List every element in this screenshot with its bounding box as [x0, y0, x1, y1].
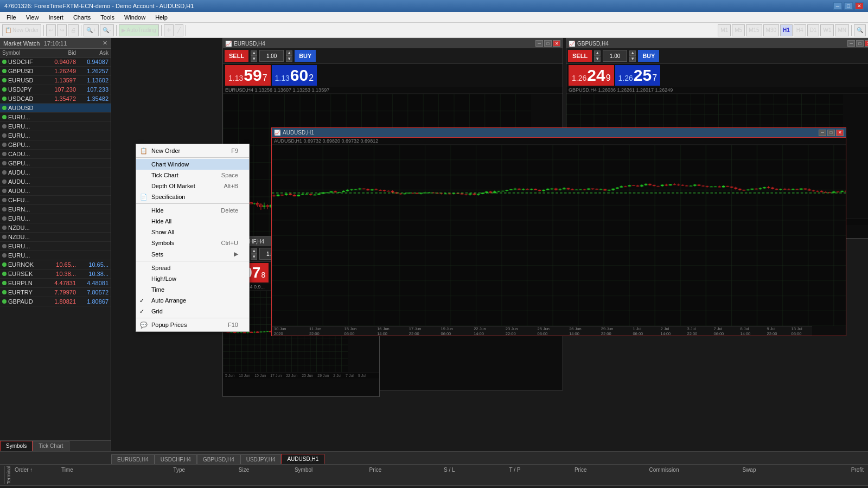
ctx-show-all[interactable]: Show All [136, 227, 249, 237]
market-watch-row[interactable]: USDCAD1.354721.35482 [0, 94, 111, 104]
usdchf-lot-up[interactable]: ▲ [251, 248, 257, 254]
toolbar-zoom-in[interactable]: 🔍+ [84, 24, 99, 36]
eurusd-buy-button[interactable]: BUY [295, 50, 316, 62]
tf-d1[interactable]: D1 [807, 24, 820, 36]
gbpusd-lot-input[interactable] [603, 50, 627, 62]
tab-symbols[interactable]: Symbols [0, 441, 33, 451]
market-watch-close-button[interactable]: ✕ [103, 40, 107, 47]
chart-audusd-minimize[interactable]: ─ [819, 130, 826, 136]
ctx-popup-prices[interactable]: 💬 Popup Prices F10 [136, 319, 249, 330]
market-watch-row[interactable]: NZDU... [0, 233, 111, 242]
gbpusd-lot-up[interactable]: ▲ [594, 50, 601, 56]
menu-help[interactable]: Help [151, 13, 172, 22]
menu-view[interactable]: View [22, 13, 43, 22]
tf-h4[interactable]: H4 [794, 24, 806, 36]
minimize-button[interactable]: ─ [833, 2, 842, 10]
tf-h1[interactable]: H1 [780, 24, 793, 36]
market-watch-row[interactable]: EURPLN4.478314.48081 [0, 279, 111, 288]
ctx-time[interactable]: Time [136, 284, 249, 295]
market-watch-row[interactable]: USDJPY107.230107.233 [0, 85, 111, 94]
gbpusd-lot-down[interactable]: ▼ [594, 56, 601, 62]
menu-insert[interactable]: Insert [44, 13, 68, 22]
ctx-specification[interactable]: 📄 Specification [136, 191, 249, 202]
autotrading-button[interactable]: ▶ AutoTrading [119, 24, 159, 36]
menu-window[interactable]: Window [120, 13, 150, 22]
tf-mn[interactable]: MN [835, 24, 849, 36]
eurusd-sell-button[interactable]: SELL [225, 50, 248, 62]
toolbar-zoom-out[interactable]: 🔍- [100, 24, 113, 36]
usdchf-lot-down[interactable]: ▼ [251, 254, 257, 260]
market-watch-row[interactable]: CADU... [0, 150, 111, 159]
market-watch-row[interactable]: EURUSD1.135971.13602 [0, 76, 111, 85]
market-watch-row[interactable]: EURU... [0, 122, 111, 131]
eurusd-lot-down2[interactable]: ▼ [286, 56, 292, 62]
tf-m1[interactable]: M1 [718, 24, 731, 36]
chart-eurusd-minimize[interactable]: ─ [535, 40, 543, 47]
ctx-spread[interactable]: Spread [136, 262, 249, 273]
tab-audusd-h1[interactable]: AUDUSD,H1 [281, 454, 324, 464]
tab-eurusd-h4[interactable]: EURUSD,H4 [111, 454, 155, 464]
market-watch-row[interactable]: EURU... [0, 251, 111, 260]
market-watch-row[interactable]: EURNOK10.65...10.65... [0, 260, 111, 269]
terminal-tab[interactable]: Terminal [4, 466, 12, 484]
ctx-sets[interactable]: Sets ▶ [136, 248, 249, 260]
market-watch-row[interactable]: GBPAUD1.808211.80867 [0, 297, 111, 306]
market-watch-row[interactable]: EURU... [0, 214, 111, 223]
market-watch-row[interactable]: EURTRY7.799707.80572 [0, 288, 111, 297]
market-watch-row[interactable]: AUDUSD [0, 104, 111, 113]
market-watch-row[interactable]: EURU... [0, 131, 111, 140]
ctx-depth-of-market[interactable]: Depth Of Market Alt+B [136, 181, 249, 191]
toolbar-crosshair[interactable]: ✛ [164, 24, 174, 36]
ctx-highlow[interactable]: High/Low [136, 273, 249, 284]
market-watch-row[interactable]: EURU... [0, 242, 111, 251]
gbpusd-sell-button[interactable]: SELL [568, 50, 592, 62]
tab-tick-chart[interactable]: Tick Chart [33, 441, 69, 451]
tf-m30[interactable]: M30 [763, 24, 779, 36]
close-title-button[interactable]: ✕ [855, 2, 864, 10]
ctx-tick-chart[interactable]: Tick Chart Space [136, 170, 249, 181]
market-watch-row[interactable]: EURU... [0, 113, 111, 122]
ctx-grid[interactable]: ✓ Grid [136, 306, 249, 317]
chart-eurusd-close[interactable]: ✕ [553, 40, 560, 47]
market-watch-row[interactable]: GBPU... [0, 159, 111, 168]
ctx-chart-window[interactable]: Chart Window [136, 159, 249, 170]
ctx-hide[interactable]: Hide Delete [136, 205, 249, 216]
tf-w1[interactable]: W1 [820, 24, 834, 36]
market-watch-row[interactable]: NZDU... [0, 223, 111, 233]
tab-usdchf-h4[interactable]: USDCHF,H4 [155, 454, 197, 464]
market-watch-row[interactable]: GBPUSD1.262491.26257 [0, 67, 111, 76]
tf-m5[interactable]: M5 [732, 24, 745, 36]
gbpusd-buy-button[interactable]: BUY [638, 50, 659, 62]
tf-m15[interactable]: M15 [746, 24, 762, 36]
gbpusd-lot-down2[interactable]: ▼ [629, 56, 636, 62]
ctx-auto-arrange[interactable]: ✓ Auto Arrange [136, 295, 249, 306]
market-watch-row[interactable]: AUDU... [0, 177, 111, 187]
toolbar-search[interactable]: 🔍 [854, 24, 866, 36]
chart-gbpusd-minimize[interactable]: ─ [847, 40, 855, 47]
chart-gbpusd-close[interactable]: ✕ [865, 40, 868, 47]
eurusd-lot-input[interactable] [259, 50, 284, 62]
eurusd-lot-up2[interactable]: ▲ [286, 50, 292, 56]
chart-audusd-close[interactable]: ✕ [836, 130, 844, 136]
market-watch-row[interactable]: EURN... [0, 205, 111, 214]
tab-gbpusd-h4[interactable]: GBPUSD,H4 [197, 454, 240, 464]
menu-charts[interactable]: Charts [69, 13, 95, 22]
market-watch-row[interactable]: EURSEK10.38...10.38... [0, 269, 111, 279]
menu-file[interactable]: File [2, 13, 21, 22]
eurusd-lot-down[interactable]: ▼ [251, 56, 257, 62]
chart-eurusd-maximize[interactable]: □ [544, 40, 552, 47]
market-watch-row[interactable]: AUDU... [0, 168, 111, 177]
chart-gbpusd-maximize[interactable]: □ [856, 40, 864, 47]
menu-tools[interactable]: Tools [96, 13, 119, 22]
market-watch-row[interactable]: CHFU... [0, 196, 111, 205]
tab-usdjpy-h4[interactable]: USDJPY,H4 [240, 454, 282, 464]
toolbar-redo[interactable]: ↪ [57, 24, 67, 36]
maximize-button[interactable]: □ [844, 2, 853, 10]
new-order-button[interactable]: 📋 New Order [2, 24, 41, 36]
market-watch-row[interactable]: GBPU... [0, 140, 111, 150]
chart-audusd-maximize[interactable]: □ [827, 130, 835, 136]
toolbar-line[interactable]: ╱ [175, 24, 183, 36]
toolbar-print[interactable]: 🖨 [68, 24, 79, 36]
ctx-hide-all[interactable]: Hide All [136, 216, 249, 227]
ctx-symbols[interactable]: Symbols Ctrl+U [136, 237, 249, 248]
